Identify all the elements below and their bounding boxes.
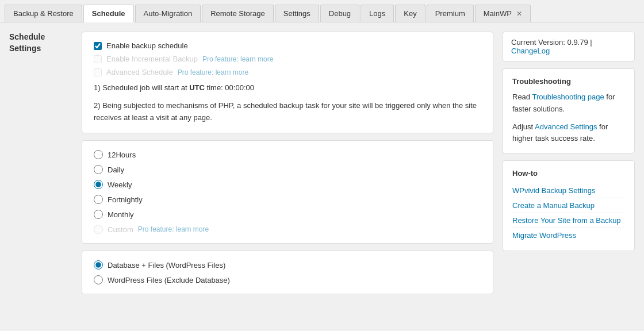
radio-12hours: 12Hours	[94, 150, 481, 159]
radio-files-only-label: WordPress Files (Exclude Database)	[108, 276, 230, 284]
tab-remote-storage[interactable]: Remote Storage	[202, 5, 274, 22]
how-to-restore-site[interactable]: Restore Your Site from a Backup	[512, 213, 625, 228]
enable-backup-checkbox[interactable]	[94, 42, 102, 50]
schedule-info1: 1) Scheduled job will start at UTC time:…	[94, 82, 481, 94]
incremental-backup-row: Enable Incremental Backup Pro feature: l…	[94, 55, 481, 63]
radio-db-files-label: Database + Files (WordPress Files)	[108, 261, 225, 270]
tab-backup-restore[interactable]: Backup & Restore	[5, 5, 82, 22]
custom-pro-badge[interactable]: Pro feature: learn more	[138, 225, 209, 233]
advanced-pro-badge[interactable]: Pro feature: learn more	[178, 68, 248, 76]
radio-custom-input[interactable]	[94, 225, 103, 234]
version-bar: Current Version: 0.9.79 | ChangeLog	[503, 32, 635, 61]
how-to-migrate-wp[interactable]: Migrate WordPress	[512, 228, 625, 243]
radio-monthly: Monthly	[94, 210, 481, 219]
tab-auto-migration[interactable]: Auto-Migration	[135, 5, 201, 22]
advanced-schedule-checkbox[interactable]	[94, 68, 102, 76]
tab-logs[interactable]: Logs	[361, 5, 394, 22]
tab-schedule[interactable]: Schedule	[83, 5, 134, 22]
radio-files-only: WordPress Files (Exclude Database)	[94, 275, 481, 284]
enable-backup-label: Enable backup schedule	[106, 41, 188, 50]
radio-12hours-label: 12Hours	[108, 151, 136, 159]
radio-daily: Daily	[94, 165, 481, 174]
troubleshooting-card: Troubleshooting Read Troubleshooting pag…	[503, 68, 635, 153]
how-to-wpvivid-settings[interactable]: WPvivid Backup Settings	[512, 183, 625, 198]
frequency-card: 12Hours Daily Weekly Fortnightly Monthly…	[82, 140, 493, 244]
schedule-info2: 2) Being subjected to mechanisms of PHP,…	[94, 100, 481, 124]
radio-weekly-label: Weekly	[108, 180, 132, 189]
advanced-schedule-row: Advanced Schedule Pro feature: learn mor…	[94, 68, 481, 76]
radio-12hours-input[interactable]	[94, 150, 103, 159]
sidebar: Schedule Settings	[9, 32, 72, 312]
troubleshooting-title: Troubleshooting	[512, 77, 625, 86]
radio-monthly-label: Monthly	[108, 210, 134, 219]
sidebar-title: Schedule Settings	[9, 32, 72, 54]
how-to-card: How-to WPvivid Backup Settings Create a …	[503, 160, 635, 251]
utc-text: UTC	[189, 83, 205, 92]
incremental-pro-badge[interactable]: Pro feature: learn more	[202, 55, 273, 63]
right-sidebar: Current Version: 0.9.79 | ChangeLog Trou…	[503, 32, 635, 312]
troubleshooting-para2: Adjust Advanced Settings for higher task…	[512, 121, 625, 145]
tab-key[interactable]: Key	[395, 5, 425, 22]
radio-db-files: Database + Files (WordPress Files)	[94, 260, 481, 270]
how-to-manual-backup[interactable]: Create a Manual Backup	[512, 198, 625, 213]
schedule-settings-card: Enable backup schedule Enable Incrementa…	[82, 32, 493, 133]
radio-daily-input[interactable]	[94, 165, 103, 174]
version-text: Current Version: 0.9.79 |	[511, 38, 592, 47]
radio-monthly-input[interactable]	[94, 210, 103, 219]
radio-custom-label: Custom	[108, 225, 133, 234]
incremental-backup-label: Enable Incremental Backup	[106, 55, 198, 63]
radio-fortnightly: Fortnightly	[94, 195, 481, 204]
changelog-link[interactable]: ChangeLog	[511, 47, 550, 55]
radio-custom: Custom Pro feature: learn more	[94, 225, 481, 234]
main-layout: Schedule Settings Enable backup schedule…	[0, 22, 644, 321]
tab-mainwp[interactable]: MainWP ✕	[475, 5, 531, 22]
enable-backup-row: Enable backup schedule	[94, 41, 481, 50]
advanced-settings-link[interactable]: Advanced Settings	[535, 122, 597, 131]
tab-bar: Backup & Restore Schedule Auto-Migration…	[0, 0, 644, 22]
center-content: Enable backup schedule Enable Incrementa…	[82, 32, 493, 312]
radio-daily-label: Daily	[108, 166, 124, 174]
incremental-backup-checkbox[interactable]	[94, 55, 102, 63]
radio-fortnightly-label: Fortnightly	[108, 195, 143, 204]
tab-close-icon[interactable]: ✕	[516, 10, 522, 18]
tab-premium[interactable]: Premium	[427, 5, 474, 22]
backup-type-card: Database + Files (WordPress Files) WordP…	[82, 251, 493, 294]
radio-fortnightly-input[interactable]	[94, 195, 103, 204]
radio-files-only-input[interactable]	[94, 275, 103, 284]
tab-settings[interactable]: Settings	[275, 5, 319, 22]
radio-weekly: Weekly	[94, 180, 481, 189]
troubleshooting-page-link[interactable]: Troubleshooting page	[532, 93, 604, 101]
advanced-schedule-label: Advanced Schedule	[106, 68, 173, 76]
radio-db-files-input[interactable]	[94, 260, 103, 270]
tab-debug[interactable]: Debug	[320, 5, 359, 22]
how-to-title: How-to	[512, 169, 625, 178]
radio-weekly-input[interactable]	[94, 180, 103, 189]
troubleshooting-para1: Read Troubleshooting page for faster sol…	[512, 91, 625, 116]
